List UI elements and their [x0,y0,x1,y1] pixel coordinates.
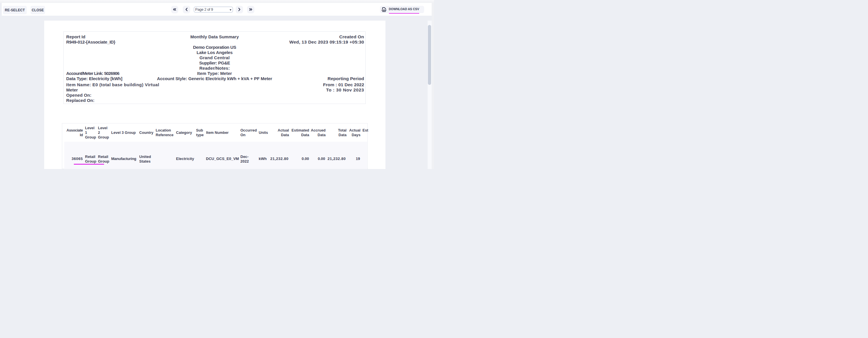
svg-text:csv: csv [382,9,386,12]
